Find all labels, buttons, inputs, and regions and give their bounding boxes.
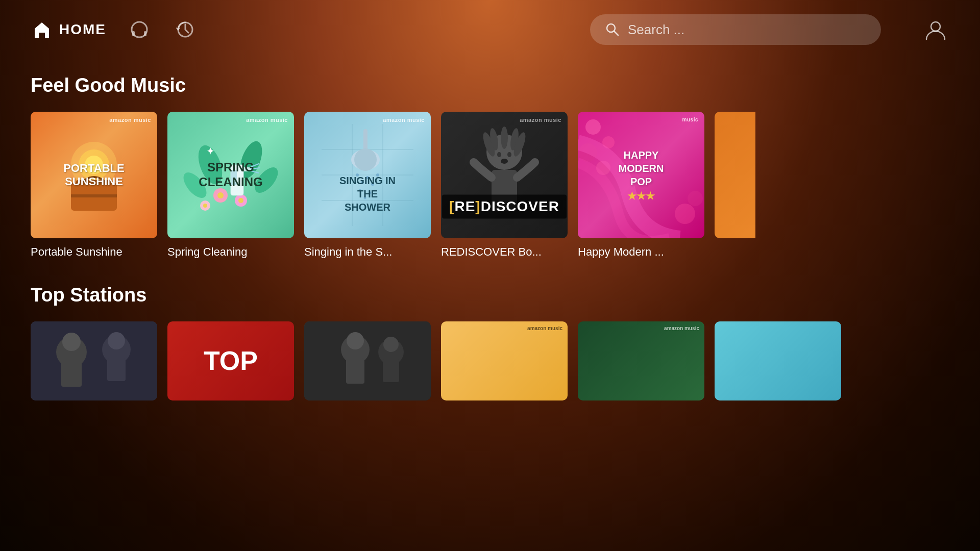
svg-point-60 [688,191,703,206]
station-1-art [31,321,157,400]
happy-stars: ★★★ [609,190,673,202]
card-portable-sunshine[interactable]: amazon music [31,112,157,259]
station-card-1[interactable] [31,321,157,408]
search-icon [604,21,621,38]
svg-point-55 [585,119,601,135]
svg-rect-1 [132,31,135,36]
svg-point-19 [238,198,243,203]
station-3-art [304,321,431,400]
amazon-badge-portable: amazon music [109,117,151,123]
card-happy-modern[interactable]: music [578,112,704,259]
home-nav[interactable]: HOME [31,18,106,41]
amazon-badge-shower: amazon music [383,117,425,123]
profile-icon [922,16,949,43]
shower-text-overlay: SINGING INTHE SHOWER [336,174,399,214]
feel-good-title: Feel Good Music [31,74,949,96]
svg-rect-68 [304,321,431,400]
svg-text:✦: ✦ [206,145,215,157]
profile-button[interactable] [922,16,949,43]
svg-point-17 [217,192,224,198]
card-rediscover[interactable]: amazon music [441,112,568,259]
svg-point-52 [507,152,511,157]
history-nav[interactable] [173,17,198,42]
amazon-badge-spring: amazon music [246,117,288,123]
feel-good-cards-row: amazon music [31,112,949,259]
svg-point-63 [62,333,81,351]
svg-point-36 [354,148,377,171]
amazon-badge-station5: amazon music [664,325,699,331]
svg-point-66 [108,332,125,349]
headphones-nav[interactable] [127,17,152,42]
card-label-rediscover: REDISCOVER Bo... [441,245,568,259]
station-card-3[interactable] [304,321,431,408]
svg-rect-64 [61,361,82,387]
card-feel-good-partial[interactable]: FEEL-CO... [715,112,755,259]
station-card-5[interactable]: amazon music [578,321,704,408]
svg-rect-2 [144,31,146,36]
top-stations-cards-row: TOP [31,321,949,408]
rediscover-text: [RE]DISCOVER [449,198,559,214]
card-label-portable: Portable Sunshine [31,245,157,259]
search-placeholder: Search ... [628,22,684,38]
card-label-happy: Happy Modern ... [578,245,704,259]
rediscover-text-overlay: [RE]DISCOVER [442,195,567,219]
top-text: TOP [204,346,258,375]
main-content: HOME Search ... [0,0,980,551]
svg-rect-11 [71,194,117,197]
history-icon [173,17,198,42]
amazon-badge-rediscover: amazon music [520,117,561,123]
amazon-badge-station4: amazon music [527,325,562,331]
station-card-2[interactable]: TOP [167,321,294,408]
svg-point-48 [501,127,508,149]
card-label-spring: Spring Cleaning [167,245,294,259]
svg-rect-74 [383,359,399,382]
svg-point-51 [497,152,501,157]
svg-point-59 [675,204,695,224]
svg-rect-67 [107,358,126,381]
station-card-4[interactable]: amazon music [441,321,568,408]
feel-good-section: Feel Good Music amazon music [0,74,980,259]
card-singing-shower[interactable]: amazon music [304,112,431,259]
svg-point-21 [203,204,207,208]
card-label-shower: Singing in the S... [304,245,431,259]
svg-point-5 [931,22,940,31]
home-icon [31,18,53,41]
top-station-text-overlay: TOP [204,346,258,375]
happy-text-overlay: HAPPYMODERN POP ★★★ [609,148,673,202]
top-stations-title: Top Stations [31,284,949,306]
portable-text-overlay: PORTABLESUNSHINE [63,162,124,189]
station-card-6[interactable] [715,321,841,408]
top-stations-section: Top Stations [0,284,980,408]
header: HOME Search ... [0,0,980,59]
svg-point-73 [383,337,399,352]
search-bar[interactable]: Search ... [590,14,881,45]
svg-rect-71 [346,358,364,384]
svg-point-53 [501,159,508,164]
home-label: HOME [59,21,106,38]
svg-rect-61 [31,321,157,400]
svg-point-70 [347,332,364,349]
headphones-icon [127,17,152,42]
spring-text-overlay: SPRINGCLEANING [199,160,262,190]
card-spring-cleaning[interactable]: amazon music [167,112,294,259]
